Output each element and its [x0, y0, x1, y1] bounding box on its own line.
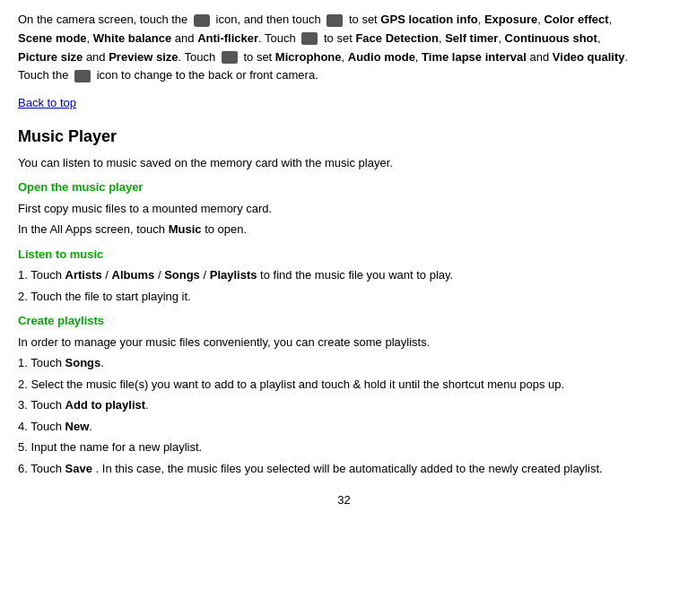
open-music-player-heading: Open the music player: [18, 178, 670, 196]
songs-label: Songs: [164, 268, 200, 282]
listen-step1: 1. Touch Artists / Albums / Songs / Play…: [18, 266, 670, 284]
add-to-playlist-label: Add to playlist: [65, 398, 146, 412]
playlists-label: Playlists: [210, 268, 257, 282]
gps-label: GPS location info: [380, 13, 477, 26]
create-step2: 2. Select the music file(s) you want to …: [18, 376, 670, 394]
face-detection-icon: [301, 32, 318, 45]
create-step6-end: . In this case, the music files you sele…: [96, 462, 603, 475]
music-player-title: Music Player: [18, 125, 670, 149]
create-step3: 3. Touch Add to playlist.: [18, 396, 670, 414]
gps-icon: [327, 14, 343, 27]
microphone-label: Microphone: [275, 50, 342, 64]
intro-text-2: icon, and then touch: [216, 13, 321, 26]
anti-flicker-label: Anti-flicker: [197, 31, 258, 45]
create-playlists-heading: Create playlists: [18, 312, 670, 330]
time-lapse-label: Time lapse interval: [422, 50, 527, 64]
create-step1: 1. Touch Songs.: [18, 354, 670, 372]
video-quality-label: Video quality: [553, 50, 625, 64]
open-step2-text: In the All Apps screen, touch: [18, 222, 165, 236]
intro-text-3: to set GPS location info, Exposure, Colo…: [349, 13, 612, 26]
color-effect-label: Color effect: [544, 13, 608, 26]
music-app-label: Music: [169, 222, 202, 236]
create-intro: In order to manage your music files conv…: [18, 334, 670, 351]
listen-step1-end: to find the music file you want to play.: [260, 268, 453, 282]
flip-camera-icon: [74, 70, 91, 82]
picture-size-label: Picture size: [18, 50, 83, 64]
create-step5: 5. Input the name for a new playlist.: [18, 438, 670, 456]
self-timer-label: Self timer: [445, 31, 498, 45]
camera-icon: [194, 14, 210, 27]
listen-to-music-heading: Listen to music: [18, 246, 670, 264]
exposure-label: Exposure: [484, 13, 537, 26]
create-step1-start: 1. Touch: [18, 356, 62, 369]
intro-text-1: On the camera screen, touch the: [18, 13, 187, 26]
create-step1-end: .: [100, 356, 104, 369]
intro-paragraph: On the camera screen, touch the icon, an…: [18, 11, 670, 85]
new-label: New: [65, 420, 90, 433]
touch-flip-end: icon to change to the back or front came…: [97, 68, 318, 82]
music-player-section: Music Player You can listen to music sav…: [18, 125, 670, 478]
listen-step1-start: 1. Touch: [18, 268, 62, 282]
preview-size-label: Preview size: [109, 50, 178, 64]
face-detection-label: Face Detection: [355, 31, 438, 45]
create-step4-end: .: [89, 420, 92, 433]
albums-label: Albums: [112, 268, 155, 282]
open-step1: First copy music files to a mounted memo…: [18, 200, 670, 218]
continuous-shot-label: Continuous shot: [505, 31, 597, 45]
create-step4: 4. Touch New.: [18, 418, 670, 436]
page-number: 32: [18, 491, 670, 509]
video-icon: [222, 51, 238, 64]
open-step2: In the All Apps screen, touch Music to o…: [18, 221, 670, 239]
audio-mode-label: Audio mode: [348, 50, 415, 64]
save-label: Save: [65, 462, 92, 475]
slash3: /: [203, 268, 209, 282]
open-step2-end: to open.: [205, 222, 247, 236]
back-to-top-link[interactable]: Back to top: [18, 94, 670, 112]
music-player-intro: You can listen to music saved on the mem…: [18, 154, 670, 172]
scene-mode-label: Scene mode: [18, 31, 87, 45]
white-balance-label: White balance: [93, 31, 171, 45]
artists-label: Artists: [65, 268, 102, 282]
songs-bold-label: Songs: [65, 356, 101, 369]
create-step6: 6. Touch Save . In this case, the music …: [18, 460, 670, 478]
create-step3-start: 3. Touch: [18, 398, 62, 412]
create-step6-start: 6. Touch: [18, 462, 62, 475]
create-step3-end: .: [145, 398, 149, 412]
create-step4-start: 4. Touch: [18, 420, 62, 433]
listen-step2: 2. Touch the file to start playing it.: [18, 288, 670, 306]
slash1: /: [105, 268, 111, 282]
touch-flip-text: Touch the: [18, 68, 68, 82]
